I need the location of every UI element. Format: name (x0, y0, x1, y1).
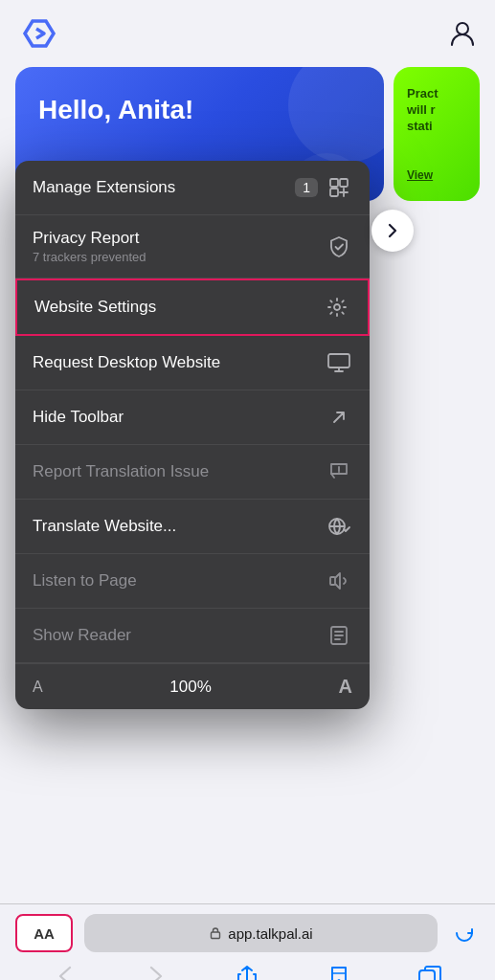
menu-label-translate-website: Translate Website... (33, 517, 176, 536)
desktop-icon (326, 349, 352, 376)
safari-bottom-bar: AA app.talkpal.ai (0, 903, 495, 980)
font-size-row: A 100% A (15, 663, 370, 709)
svg-rect-4 (330, 189, 338, 196)
svg-rect-8 (330, 577, 335, 585)
hero-greeting: Hello, Anita! (38, 94, 361, 126)
reader-icon (326, 622, 352, 649)
menu-label-report-translation: Report Translation Issue (33, 462, 209, 481)
extensions-icon (326, 174, 352, 201)
extensions-badge: 1 (295, 178, 318, 197)
menu-item-listen-to-page[interactable]: Listen to Page (15, 554, 370, 609)
reload-button[interactable] (449, 918, 480, 948)
top-navigation (0, 0, 495, 63)
back-button[interactable] (46, 958, 84, 980)
menu-item-report-translation[interactable]: Report Translation Issue (15, 445, 370, 500)
comment-flag-icon (326, 458, 352, 485)
font-decrease-button[interactable]: A (33, 679, 43, 696)
menu-label-manage-extensions: Manage Extensions (33, 178, 175, 197)
context-menu: Manage Extensions 1 Privacy Report 7 tra (15, 161, 370, 709)
hero-card-green: Pract will r stati View (394, 67, 480, 201)
svg-marker-0 (25, 21, 54, 46)
menu-label-show-reader: Show Reader (33, 626, 131, 645)
svg-point-5 (334, 304, 340, 310)
lock-icon (209, 926, 222, 940)
menu-item-hide-toolbar[interactable]: Hide Toolbar (15, 390, 370, 445)
svg-rect-10 (212, 932, 220, 939)
font-increase-button[interactable]: A (339, 676, 352, 698)
profile-icon[interactable] (449, 20, 476, 47)
menu-label-hide-toolbar: Hide Toolbar (33, 408, 124, 427)
svg-point-1 (457, 23, 468, 34)
menu-label-request-desktop: Request Desktop Website (33, 353, 220, 372)
menu-item-request-desktop[interactable]: Request Desktop Website (15, 336, 370, 390)
font-size-percent: 100% (169, 678, 211, 697)
share-button[interactable] (228, 958, 266, 980)
menu-label-website-settings: Website Settings (34, 298, 156, 317)
green-card-text: Pract will r stati (407, 86, 466, 135)
arrow-diagonal-icon (326, 404, 352, 431)
svg-rect-3 (340, 179, 348, 187)
font-settings-button[interactable]: AA (15, 914, 73, 952)
menu-item-website-settings[interactable]: Website Settings (15, 278, 370, 336)
bookmarks-button[interactable] (320, 958, 358, 980)
tabs-button[interactable] (411, 958, 449, 980)
menu-item-translate-website[interactable]: Translate Website... (15, 500, 370, 554)
menu-item-privacy-report[interactable]: Privacy Report 7 trackers prevented (15, 215, 370, 278)
forward-button[interactable] (137, 958, 175, 980)
svg-rect-2 (330, 179, 338, 187)
shield-icon (326, 234, 352, 260)
aa-label: AA (34, 925, 55, 942)
menu-sublabel-privacy-report: 7 trackers prevented (33, 250, 146, 264)
url-bar[interactable]: app.talkpal.ai (84, 914, 438, 952)
menu-label-listen-to-page: Listen to Page (33, 571, 137, 590)
url-text: app.talkpal.ai (228, 925, 312, 942)
green-card-link[interactable]: View (407, 168, 466, 182)
gear-icon (324, 294, 350, 321)
speaker-icon (326, 568, 352, 594)
translate-icon (326, 513, 352, 540)
svg-rect-6 (328, 354, 349, 368)
menu-item-manage-extensions[interactable]: Manage Extensions 1 (15, 161, 370, 215)
safari-nav-buttons (0, 956, 495, 980)
svg-rect-11 (419, 970, 435, 980)
menu-label-privacy-report: Privacy Report (33, 229, 146, 248)
menu-item-show-reader[interactable]: Show Reader (15, 609, 370, 663)
app-logo (19, 13, 59, 54)
